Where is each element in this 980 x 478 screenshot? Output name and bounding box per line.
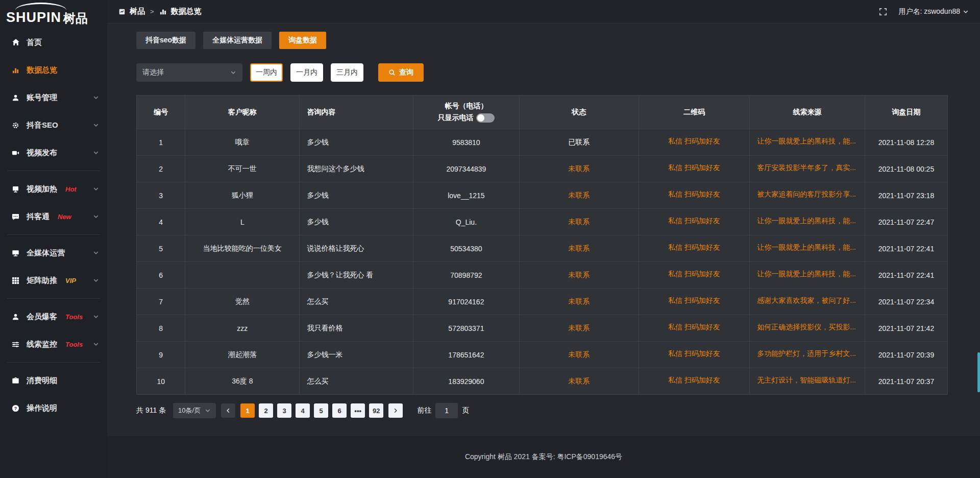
col-header-source: 线索来源 [750,95,865,129]
page-ellipsis-button[interactable]: ••• [351,403,365,418]
brand-logo[interactable]: SHUPIN 树品 [0,0,107,29]
user-icon [11,313,20,321]
status-badge: 未联系 [519,315,639,342]
table-row: 9潮起潮落多少钱一米178651642未联系私信 扫码加好友多功能护栏灯，适用于… [137,342,948,368]
breadcrumb-root[interactable]: 树品 [130,7,145,16]
badge-tools: Tools [65,313,83,321]
cell-content: 多少钱 [300,129,413,156]
sidebar-item-matrix-boost[interactable]: 矩阵助推VIP [0,267,107,294]
sidebar-divider [7,298,100,299]
range-button-three-month[interactable]: 三月内 [331,63,363,82]
page-button-5[interactable]: 5 [314,403,328,418]
range-button-one-week[interactable]: 一周内 [250,63,283,82]
page-size-select[interactable]: 10条/页 [173,403,216,418]
cell-date: 2021-11-07 22:34 [865,289,947,315]
prev-page-button[interactable] [221,403,235,418]
scrollbar-thumb[interactable] [977,352,980,392]
sidebar-item-video-heat[interactable]: 视频加热Hot [0,175,107,203]
lead-source-link[interactable]: 客厅安装投影半年多了，真实... [757,163,856,173]
col-header-account: 帐号（电话） 只显示电话 [413,95,519,129]
qrcode-link[interactable]: 私信 扫码加好友 [668,217,720,226]
cell-account: 2097344839 [413,156,519,182]
qrcode-link[interactable]: 私信 扫码加好友 [668,323,720,332]
sidebar-item-video-publish[interactable]: 视频发布 [0,139,107,166]
query-button[interactable]: 查询 [378,63,424,82]
lead-source-link[interactable]: 被大家追着问的客厅投影分享... [757,190,856,199]
tab-bar: 抖音seo数据全媒体运营数据询盘数据 [136,32,948,49]
qrcode-link[interactable]: 私信 扫码加好友 [668,137,720,146]
breadcrumb-current: 数据总览 [171,7,202,16]
col-header-status: 状态 [519,95,639,129]
cell-date: 2021-11-07 22:47 [865,209,947,235]
page-button-6[interactable]: 6 [332,403,347,418]
sidebar-item-label: 视频发布 [27,148,57,158]
tab-douyin-seo-data[interactable]: 抖音seo数据 [136,32,195,49]
chevron-down-icon [93,213,99,220]
cell-account: 917024162 [413,289,519,315]
col-header-qrcode: 二维码 [639,95,750,129]
page-button-92[interactable]: 92 [369,403,383,418]
sidebar-item-home[interactable]: 首页 [0,29,107,56]
username-label: 用户名: zswodun88 [898,7,960,16]
page-button-3[interactable]: 3 [277,403,291,418]
account-select[interactable]: 请选择 [136,63,242,82]
lead-source-link[interactable]: 让你一眼就爱上的黑科技，能... [757,270,856,279]
page-button-4[interactable]: 4 [296,403,310,418]
sidebar-item-account-manage[interactable]: 账号管理 [0,84,107,111]
range-button-one-month[interactable]: 一月内 [290,63,323,82]
qrcode-link[interactable]: 私信 扫码加好友 [668,190,720,199]
sidebar-item-label: 消费明细 [27,376,57,386]
lead-source-link[interactable]: 感谢大家喜欢我家，被问了好... [757,296,856,305]
sidebar-item-consume-detail[interactable]: 消费明细 [0,367,107,394]
sidebar-item-lead-monitor[interactable]: 线索监控Tools [0,330,107,358]
sidebar-item-data-overview[interactable]: 数据总览 [0,56,107,84]
cell-id: 10 [137,368,185,395]
chevron-down-icon [963,9,969,15]
tab-inquiry-data[interactable]: 询盘数据 [279,32,326,49]
table-row: 8zzz我只看价格572803371未联系私信 扫码加好友如何正确选择投影仪，买… [137,315,948,342]
cell-id: 9 [137,342,185,368]
content: 抖音seo数据全媒体运营数据询盘数据 请选择 一周内一月内三月内 查询 [107,23,980,436]
phone-only-toggle[interactable] [476,113,495,123]
goto-page-input[interactable] [435,403,458,418]
next-page-button[interactable] [388,403,403,418]
wallet-icon [11,376,20,385]
qrcode-link[interactable]: 私信 扫码加好友 [668,270,720,279]
status-badge: 已联系 [519,129,639,156]
user-menu[interactable]: 用户名: zswodun88 [898,7,969,16]
page-button-2[interactable]: 2 [259,403,273,418]
sidebar-item-member-baoke[interactable]: 会员爆客Tools [0,303,107,330]
qrcode-link[interactable]: 私信 扫码加好友 [668,376,720,385]
chevron-down-icon [230,69,236,76]
cell-account: 572803371 [413,315,519,342]
cell-id: 7 [137,289,185,315]
sidebar-item-media-ops[interactable]: 全媒体运营 [0,239,107,267]
home-icon [11,38,20,47]
qrcode-link[interactable]: 私信 扫码加好友 [668,296,720,305]
sidebar-item-douyin-seo[interactable]: 抖音SEO [0,111,107,139]
fullscreen-icon[interactable] [879,8,887,16]
sidebar-item-label: 抖客通 [27,212,50,222]
qrcode-link[interactable]: 私信 扫码加好友 [668,243,720,252]
lead-source-link[interactable]: 让你一眼就爱上的黑科技，能... [757,217,856,226]
sidebar-item-manual[interactable]: ?操作说明 [0,394,107,422]
table-row: 3狐小狸多少钱love__1215未联系私信 扫码加好友被大家追着问的客厅投影分… [137,182,948,209]
lead-source-link[interactable]: 如何正确选择投影仪，买投影... [757,323,856,332]
video-icon [11,149,20,157]
cell-nickname: 36度 8 [185,368,300,395]
page-button-1[interactable]: 1 [240,403,255,418]
cell-content: 说说价格让我死心 [300,235,413,262]
tab-media-ops-data[interactable]: 全媒体运营数据 [203,32,272,49]
lead-source-link[interactable]: 无主灯设计，智能磁吸轨道灯... [757,376,856,385]
goto-label: 前往 [417,406,431,415]
lead-source-link[interactable]: 多功能护栏灯，适用于乡村文... [757,349,856,358]
cell-account: 9583810 [413,129,519,156]
sidebar-item-douketong[interactable]: 抖客通New [0,203,107,230]
lead-source-link[interactable]: 让你一眼就爱上的黑科技，能... [757,137,856,146]
chevron-down-icon [93,250,99,256]
chevron-down-icon [93,186,99,192]
lead-source-link[interactable]: 让你一眼就爱上的黑科技，能... [757,243,856,252]
qrcode-link[interactable]: 私信 扫码加好友 [668,163,720,173]
qrcode-link[interactable]: 私信 扫码加好友 [668,349,720,358]
inquiry-table-body: 1哦章多少钱9583810已联系私信 扫码加好友让你一眼就爱上的黑科技，能...… [137,129,948,395]
